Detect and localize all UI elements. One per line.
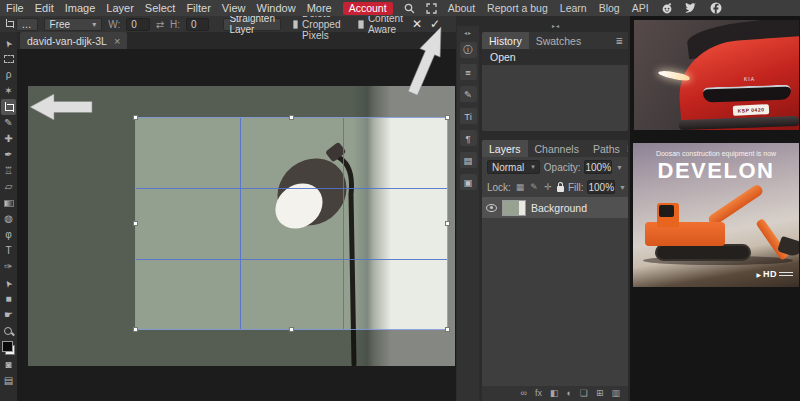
crop-handle[interactable] (445, 221, 450, 226)
eraser-tool[interactable]: ▱ (1, 179, 16, 195)
lock-position-icon[interactable]: ✛ (543, 182, 553, 192)
hand-tool[interactable]: ☛ (1, 307, 16, 323)
tool-presets-button[interactable]: … (16, 18, 38, 31)
image-panel-icon[interactable]: ▣ (460, 174, 477, 190)
path-select-tool[interactable]: ➤ (1, 275, 16, 291)
confirm-crop-button[interactable]: ✓ (430, 17, 440, 31)
checkbox-box[interactable] (358, 20, 364, 29)
crop-box[interactable] (135, 117, 448, 330)
rect-select-tool[interactable] (1, 51, 16, 67)
tab-paths[interactable]: Paths (586, 140, 627, 157)
history-entry[interactable]: Open (482, 49, 628, 65)
gradient-tool[interactable] (1, 195, 16, 211)
crop-handle[interactable] (133, 327, 138, 332)
ad-develon[interactable]: Doosan construction equipment is now DEV… (633, 143, 799, 287)
menu-view[interactable]: View (222, 2, 246, 14)
layer-mask-icon[interactable]: ◧ (550, 389, 559, 398)
magic-wand-tool[interactable]: ✶ (1, 83, 16, 99)
brush-panel-icon[interactable]: ✎ (460, 86, 477, 102)
crop-handle[interactable] (133, 221, 138, 226)
link-learn[interactable]: Learn (560, 2, 587, 14)
panel-collapse-icon[interactable]: ▸◂ (552, 22, 560, 29)
tab-channels[interactable]: Channels (528, 140, 586, 157)
lock-transparency-icon[interactable]: ▦ (515, 182, 525, 192)
panel-menu-icon[interactable]: ≣ (615, 36, 628, 46)
info-panel-icon[interactable]: ⓘ (460, 42, 477, 58)
menu-layer[interactable]: Layer (106, 2, 134, 14)
link-api[interactable]: API (632, 2, 649, 14)
properties-panel-icon[interactable]: ≡ (460, 64, 477, 80)
tab-layers[interactable]: Layers (482, 140, 528, 157)
quick-mask-toggle[interactable]: ◙ (1, 357, 16, 373)
layer-thumbnail[interactable] (502, 200, 526, 216)
swap-dimensions-icon[interactable]: ⇄ (156, 19, 164, 30)
crop-tool[interactable] (1, 99, 16, 115)
screen-mode-toggle[interactable]: ▤ (1, 373, 16, 389)
lasso-tool[interactable]: ρ (1, 67, 16, 83)
move-tool[interactable]: ➤ (1, 35, 16, 51)
layer-style-icon[interactable]: fx (535, 389, 542, 398)
menu-image[interactable]: Image (65, 2, 96, 14)
lock-all-icon[interactable] (557, 186, 564, 192)
link-report-a-bug[interactable]: Report a bug (487, 2, 548, 14)
keyboard-panel-icon[interactable]: ▤ (460, 152, 477, 168)
shape-tool[interactable]: ■ (1, 291, 16, 307)
blend-mode-select[interactable]: Normal (487, 160, 540, 174)
crop-handle[interactable] (445, 327, 450, 332)
new-layer-icon[interactable]: ⊞ (596, 389, 604, 398)
crop-aspect-select[interactable]: Free (44, 18, 103, 31)
character-panel-icon[interactable]: Ti (460, 108, 477, 124)
opacity-slider-icon[interactable]: ▼ (616, 164, 623, 171)
document-tab[interactable]: david-van-dijk-3L × (20, 32, 127, 49)
twitter-icon[interactable] (685, 3, 698, 14)
tab-history[interactable]: History (482, 32, 529, 49)
clone-stamp-tool[interactable]: ♖ (1, 163, 16, 179)
account-button[interactable]: Account (343, 2, 393, 15)
canvas-area[interactable] (17, 49, 456, 401)
panel-menu-icon[interactable]: ≣ (627, 144, 628, 154)
adjustment-layer-icon[interactable]: ◐ (566, 389, 571, 398)
height-input[interactable]: 0 (186, 18, 209, 31)
layer-background[interactable]: Background (482, 197, 628, 218)
checkbox-content-aware[interactable]: Content Aware (358, 13, 406, 35)
paragraph-panel-icon[interactable]: ¶ (460, 130, 477, 146)
reddit-icon[interactable] (661, 2, 673, 14)
width-input[interactable]: 0 (126, 18, 149, 31)
healing-tool[interactable]: ✚ (1, 131, 16, 147)
facebook-icon[interactable] (710, 2, 722, 14)
search-icon[interactable] (404, 3, 415, 14)
pen-tool[interactable]: ✑ (1, 259, 16, 275)
link-layers-icon[interactable]: ∞ (520, 389, 526, 398)
new-group-icon[interactable]: ❏ (580, 389, 588, 398)
brush-tool[interactable]: ✒ (1, 147, 16, 163)
delete-layer-icon[interactable]: ▥ (611, 389, 620, 398)
tab-swatches[interactable]: Swatches (529, 32, 589, 49)
crop-handle[interactable] (133, 115, 138, 120)
fill-value[interactable]: 100% (587, 180, 615, 194)
opacity-value[interactable]: 100% (584, 160, 612, 174)
strip-collapse-icon[interactable]: ◂▸ (464, 29, 472, 36)
menu-filter[interactable]: Filter (186, 2, 210, 14)
close-tab-icon[interactable]: × (114, 35, 120, 47)
eyedropper-tool[interactable]: ✎ (1, 115, 16, 131)
color-swatches[interactable] (1, 339, 16, 357)
layer-visibility-icon[interactable] (486, 204, 497, 212)
fill-slider-icon[interactable]: ▼ (619, 184, 626, 191)
crop-handle[interactable] (289, 327, 294, 332)
cancel-crop-button[interactable]: ✕ (412, 17, 422, 31)
straighten-layer-button[interactable]: Straighten Layer (223, 18, 281, 31)
menu-more[interactable]: More (307, 2, 332, 14)
zoom-tool[interactable] (1, 323, 16, 339)
link-blog[interactable]: Blog (599, 2, 620, 14)
link-about[interactable]: About (448, 2, 475, 14)
menu-edit[interactable]: Edit (35, 2, 54, 14)
crop-handle[interactable] (289, 115, 294, 120)
menu-file[interactable]: File (6, 2, 24, 14)
ad-kia-car[interactable]: KIA KSP 0420 (634, 20, 799, 130)
menu-window[interactable]: Window (257, 2, 296, 14)
dodge-tool[interactable]: φ (1, 227, 16, 243)
menu-select[interactable]: Select (145, 2, 176, 14)
fullscreen-icon[interactable] (426, 3, 437, 14)
lock-pixels-icon[interactable]: ✎ (529, 182, 539, 192)
crop-handle[interactable] (445, 115, 450, 120)
